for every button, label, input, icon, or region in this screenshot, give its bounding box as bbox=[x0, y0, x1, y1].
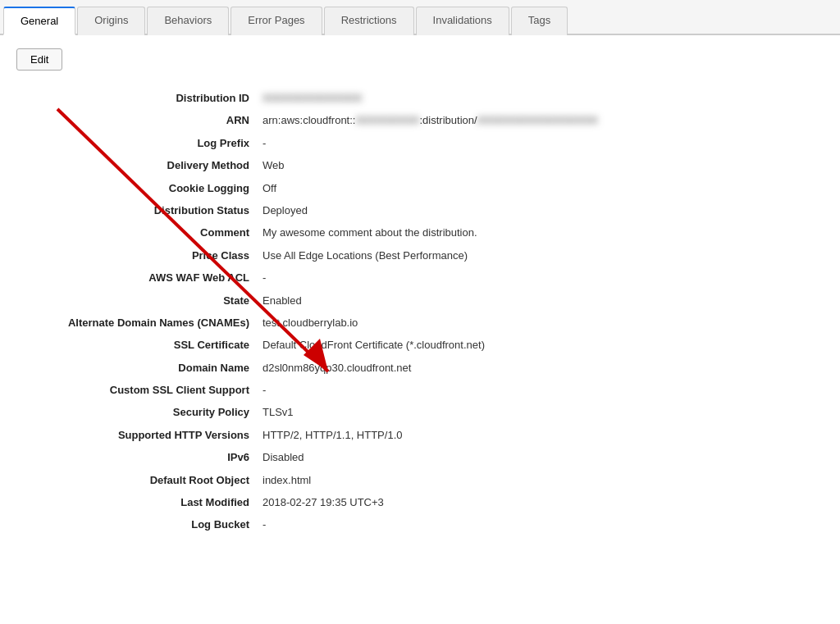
field-value: - bbox=[262, 379, 824, 401]
table-row: Supported HTTP VersionsHTTP/2, HTTP/1.1,… bbox=[16, 424, 824, 446]
table-row: Last Modified2018-02-27 19:35 UTC+3 bbox=[16, 491, 824, 513]
tab-general[interactable]: General bbox=[3, 7, 75, 35]
table-row: StateEnabled bbox=[16, 289, 824, 312]
field-value: test.cloudberrylab.io bbox=[262, 312, 824, 334]
field-value: arn:aws:cloudfront::XXXXXXXXX:distributi… bbox=[262, 109, 824, 131]
field-value: My awesome comment about the distributio… bbox=[262, 221, 824, 244]
field-label: Log Prefix bbox=[16, 132, 262, 154]
table-row: Log Bucket- bbox=[16, 513, 824, 535]
field-value: Web bbox=[262, 154, 824, 176]
main-content: Edit Distribution IDXXXXXXXXXXXXXXARNarn… bbox=[0, 35, 840, 549]
field-value: index.html bbox=[262, 469, 824, 491]
field-label: Default Root Object bbox=[16, 469, 262, 491]
table-row: CommentMy awesome comment about the dist… bbox=[16, 221, 824, 244]
field-label: State bbox=[16, 289, 262, 312]
table-row: AWS WAF Web ACL- bbox=[16, 266, 824, 289]
field-value: TLSv1 bbox=[262, 401, 824, 423]
field-label: Comment bbox=[16, 221, 262, 244]
field-value: - bbox=[262, 266, 824, 289]
field-label: IPv6 bbox=[16, 446, 262, 468]
table-row: ARNarn:aws:cloudfront::XXXXXXXXX:distrib… bbox=[16, 109, 824, 131]
table-row: Cookie LoggingOff bbox=[16, 177, 824, 199]
field-value: 2018-02-27 19:35 UTC+3 bbox=[262, 491, 824, 513]
field-label: Cookie Logging bbox=[16, 177, 262, 199]
field-label: Distribution ID bbox=[16, 87, 262, 109]
field-label: Log Bucket bbox=[16, 513, 262, 535]
table-row: Log Prefix- bbox=[16, 132, 824, 154]
table-row: Distribution IDXXXXXXXXXXXXXX bbox=[16, 87, 824, 109]
tab-behaviors[interactable]: Behaviors bbox=[147, 7, 229, 35]
table-row: Alternate Domain Names (CNAMEs)test.clou… bbox=[16, 312, 824, 334]
field-label: Price Class bbox=[16, 244, 262, 266]
details-table: Distribution IDXXXXXXXXXXXXXXARNarn:aws:… bbox=[16, 87, 824, 536]
edit-button[interactable]: Edit bbox=[16, 48, 62, 71]
field-label: Domain Name bbox=[16, 357, 262, 379]
tabs-bar: GeneralOriginsBehaviorsError PagesRestri… bbox=[0, 0, 840, 35]
field-value: XXXXXXXXXXXXXX bbox=[262, 87, 824, 109]
field-label: Security Policy bbox=[16, 401, 262, 423]
field-label: Alternate Domain Names (CNAMEs) bbox=[16, 312, 262, 334]
field-value: HTTP/2, HTTP/1.1, HTTP/1.0 bbox=[262, 424, 824, 446]
field-label: AWS WAF Web ACL bbox=[16, 266, 262, 289]
table-row: Domain Named2sl0nm86yqp30.cloudfront.net bbox=[16, 357, 824, 379]
field-label: Last Modified bbox=[16, 491, 262, 513]
table-row: Delivery MethodWeb bbox=[16, 154, 824, 176]
field-value: d2sl0nm86yqp30.cloudfront.net bbox=[262, 357, 824, 379]
table-row: Default Root Objectindex.html bbox=[16, 469, 824, 491]
field-value: Enabled bbox=[262, 289, 824, 312]
table-row: IPv6Disabled bbox=[16, 446, 824, 468]
table-row: Distribution StatusDeployed bbox=[16, 199, 824, 221]
tab-origins[interactable]: Origins bbox=[77, 7, 145, 35]
table-row: Custom SSL Client Support- bbox=[16, 379, 824, 401]
field-label: Distribution Status bbox=[16, 199, 262, 221]
table-row: SSL CertificateDefault CloudFront Certif… bbox=[16, 334, 824, 356]
field-label: SSL Certificate bbox=[16, 334, 262, 356]
field-value: Default CloudFront Certificate (*.cloudf… bbox=[262, 334, 824, 356]
field-value: Use All Edge Locations (Best Performance… bbox=[262, 244, 824, 266]
field-label: Supported HTTP Versions bbox=[16, 424, 262, 446]
tab-error-pages[interactable]: Error Pages bbox=[231, 7, 322, 35]
field-value: Off bbox=[262, 177, 824, 199]
tab-invalidations[interactable]: Invalidations bbox=[416, 7, 509, 35]
field-label: Delivery Method bbox=[16, 154, 262, 176]
field-value: Deployed bbox=[262, 199, 824, 221]
field-value: Disabled bbox=[262, 446, 824, 468]
field-label: Custom SSL Client Support bbox=[16, 379, 262, 401]
field-value: - bbox=[262, 513, 824, 535]
field-label: ARN bbox=[16, 109, 262, 131]
field-value: - bbox=[262, 132, 824, 154]
tab-restrictions[interactable]: Restrictions bbox=[324, 7, 414, 35]
tab-tags[interactable]: Tags bbox=[511, 7, 568, 35]
table-row: Security PolicyTLSv1 bbox=[16, 401, 824, 423]
table-row: Price ClassUse All Edge Locations (Best … bbox=[16, 244, 824, 266]
